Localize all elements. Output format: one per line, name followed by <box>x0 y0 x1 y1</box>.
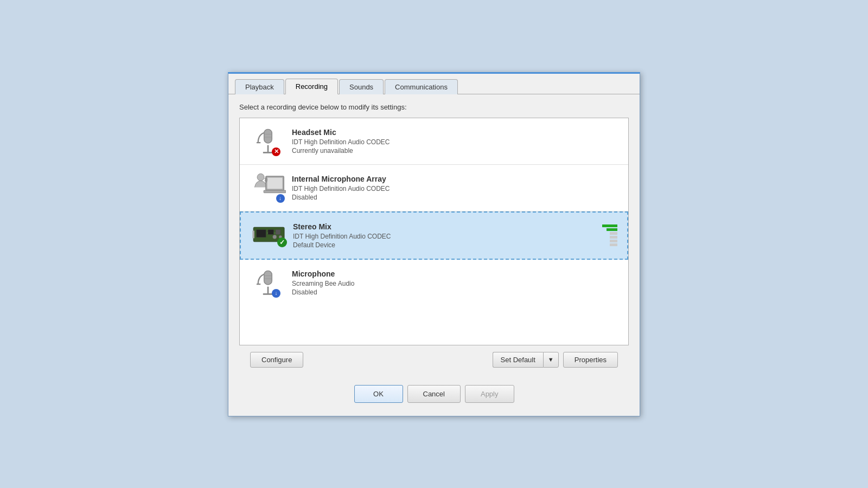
device-item-internal-mic[interactable]: ↓ Internal Microphone Array IDT High Def… <box>240 165 628 211</box>
microphone-status: Disabled <box>292 288 622 296</box>
stereo-mix-icon: ✓ <box>247 218 291 253</box>
svg-rect-11 <box>256 230 266 237</box>
headset-mic-info: Headset Mic IDT High Definition Audio CO… <box>290 128 622 155</box>
instruction-text: Select a recording device below to modif… <box>239 103 629 111</box>
set-default-dropdown[interactable]: ▼ <box>543 352 559 368</box>
apply-button[interactable]: Apply <box>465 385 514 403</box>
internal-mic-info: Internal Microphone Array IDT High Defin… <box>290 175 622 201</box>
svg-point-14 <box>272 235 276 239</box>
stereo-mix-codec: IDT High Definition Audio CODEC <box>293 233 602 240</box>
svg-rect-8 <box>267 177 282 188</box>
headset-mic-codec: IDT High Definition Audio CODEC <box>292 138 622 146</box>
tab-recording[interactable]: Recording <box>285 79 338 94</box>
tab-bar: Playback Recording Sounds Communications <box>228 74 640 94</box>
svg-rect-12 <box>267 230 273 235</box>
tab-sounds[interactable]: Sounds <box>339 79 384 94</box>
properties-button[interactable]: Properties <box>563 352 618 368</box>
action-buttons: Configure Set Default ▼ Properties <box>239 345 629 368</box>
sound-dialog: Playback Recording Sounds Communications… <box>228 72 640 416</box>
stereo-mix-name: Stereo Mix <box>293 222 602 231</box>
tab-communications[interactable]: Communications <box>385 79 458 94</box>
microphone-icon: ↓ <box>246 265 290 300</box>
internal-mic-name: Internal Microphone Array <box>292 175 622 183</box>
headset-mic-name: Headset Mic <box>292 128 622 137</box>
device-item-headset-mic[interactable]: ✕ Headset Mic IDT High Definition Audio … <box>240 118 628 165</box>
headset-mic-status: Currently unavailable <box>292 147 622 155</box>
tab-playback[interactable]: Playback <box>235 79 284 94</box>
configure-button[interactable]: Configure <box>250 352 303 368</box>
svg-point-6 <box>257 174 264 181</box>
internal-mic-icon: ↓ <box>246 170 290 206</box>
microphone-name: Microphone <box>292 269 622 278</box>
headset-mic-icon: ✕ <box>246 124 290 159</box>
internal-mic-codec: IDT High Definition Audio CODEC <box>292 185 622 192</box>
stereo-mix-level-meter <box>602 224 621 246</box>
set-default-group: Set Default ▼ <box>493 352 559 368</box>
ok-button[interactable]: OK <box>354 385 403 403</box>
svg-rect-21 <box>264 271 272 285</box>
device-list: ✕ Headset Mic IDT High Definition Audio … <box>239 118 629 345</box>
svg-rect-2 <box>264 129 272 143</box>
stereo-mix-status: Default Device <box>293 241 602 249</box>
stereo-mix-info: Stereo Mix IDT High Definition Audio COD… <box>291 222 602 249</box>
internal-mic-status: Disabled <box>292 194 622 201</box>
device-item-stereo-mix[interactable]: ✓ Stereo Mix IDT High Definition Audio C… <box>240 211 628 260</box>
device-item-microphone[interactable]: ↓ Microphone Screaming Bee Audio Disable… <box>240 260 628 306</box>
tab-content: Select a recording device below to modif… <box>228 94 640 376</box>
svg-rect-9 <box>264 190 286 193</box>
microphone-info: Microphone Screaming Bee Audio Disabled <box>290 269 622 296</box>
dialog-footer: OK Cancel Apply <box>228 376 640 407</box>
set-default-button[interactable]: Set Default <box>493 352 543 368</box>
cancel-button[interactable]: Cancel <box>407 385 461 403</box>
microphone-codec: Screaming Bee Audio <box>292 280 622 287</box>
svg-rect-13 <box>276 230 280 235</box>
svg-rect-16 <box>252 230 254 238</box>
